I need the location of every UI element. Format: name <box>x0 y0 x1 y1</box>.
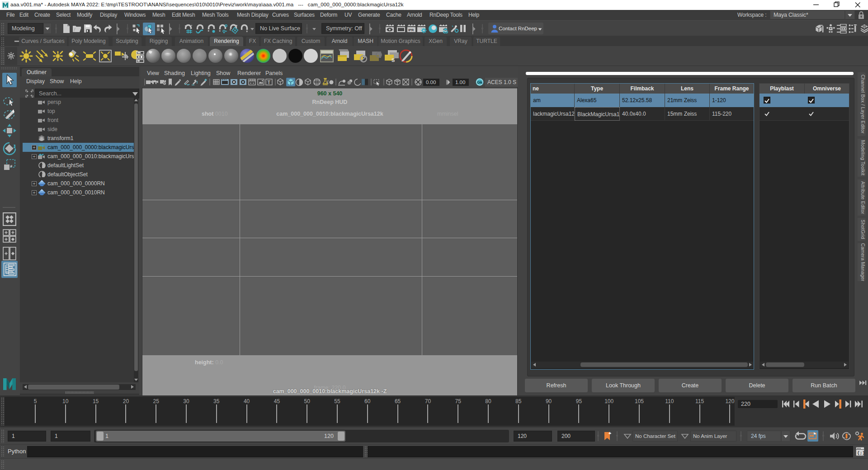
svg-text:S: S <box>392 57 395 63</box>
svg-text:1.00: 1.00 <box>455 80 465 85</box>
svg-text:0.00: 0.00 <box>426 80 436 85</box>
svg-text:IPR: IPR <box>408 28 414 32</box>
svg-text:ACES 1.0 S: ACES 1.0 S <box>487 79 516 85</box>
svg-text:ON: ON <box>477 80 482 85</box>
svg-text:T: T <box>268 80 271 85</box>
svg-text:{;}: {;} <box>857 451 864 456</box>
